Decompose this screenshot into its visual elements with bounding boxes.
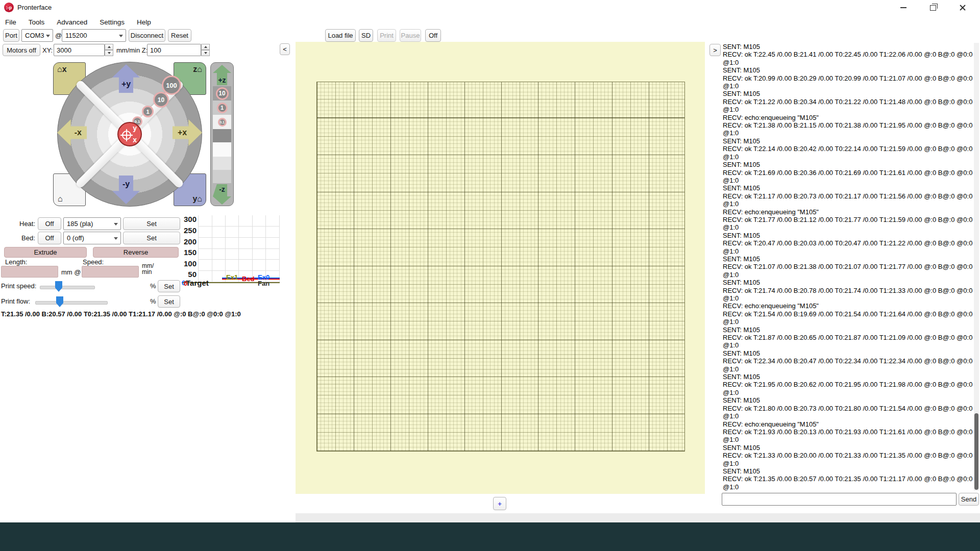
expand-log-panel-button[interactable]: >: [709, 44, 721, 56]
bottom-filler: [296, 513, 980, 522]
log-line: RECV: echo:enqueueing "M105": [723, 420, 973, 428]
app-icon-glyph: :-p: [6, 5, 12, 10]
collapse-left-panel-button[interactable]: <: [280, 43, 290, 55]
log-line: RECV: ok T:21.38 /0.00 B:21.15 /0.00 T0:…: [723, 121, 973, 129]
arrow-down-icon: [204, 52, 207, 54]
jog-distance-1[interactable]: 1: [142, 106, 154, 117]
step-down[interactable]: [105, 50, 113, 56]
legend-fan: Fan: [258, 280, 270, 287]
send-button[interactable]: Send: [959, 493, 979, 506]
bed-off-button[interactable]: Off: [38, 232, 61, 244]
z-feedrate-stepper[interactable]: [201, 44, 210, 56]
log-line: SENT: M105: [723, 279, 973, 286]
log-line: SENT: M105: [723, 232, 973, 239]
log-line: RECV: echo:enqueueing "M105": [723, 114, 973, 121]
log-line: @1:0: [723, 223, 973, 231]
close-button[interactable]: [951, 0, 974, 15]
log-line: RECV: ok T:21.77 /0.00 B:21.12 /0.00 T0:…: [723, 216, 973, 223]
restore-button[interactable]: [921, 0, 945, 15]
heat-preset-select[interactable]: 185 (pla): [63, 217, 121, 230]
reverse-button[interactable]: Reverse: [93, 247, 179, 258]
jog-center-button[interactable]: y x: [117, 122, 142, 146]
print-speed-slider-handle[interactable]: [55, 281, 62, 292]
log-line: RECV: ok T:21.80 /0.00 B:20.73 /0.00 T0:…: [723, 405, 973, 412]
gcode-command-input[interactable]: [722, 493, 957, 506]
log-line: RECV: ok T:21.07 /0.00 B:21.38 /0.00 T0:…: [723, 263, 973, 270]
print-speed-slider[interactable]: [40, 286, 95, 289]
baud-select[interactable]: 115200: [62, 29, 126, 42]
z-band[interactable]: [213, 157, 231, 170]
print-speed-set-button[interactable]: Set: [158, 280, 180, 292]
bed-set-button[interactable]: Set: [123, 232, 180, 244]
log-output[interactable]: SENT: M105RECV: ok T:22.45 /0.00 B:21.41…: [723, 43, 973, 491]
log-line: SENT: M105: [723, 255, 973, 263]
z-feedrate-input[interactable]: [147, 44, 201, 56]
disconnect-button[interactable]: Disconnect: [129, 29, 165, 42]
port-select[interactable]: COM3: [21, 29, 53, 42]
home-icon: ⌂: [58, 194, 63, 203]
print-flow-slider[interactable]: [35, 301, 108, 305]
sd-button[interactable]: SD: [359, 29, 373, 42]
jog-distance-100[interactable]: 100: [162, 76, 181, 95]
heat-off-button[interactable]: Off: [38, 217, 61, 230]
log-line: @1:0: [723, 247, 973, 255]
extrude-button[interactable]: Extrude: [4, 247, 87, 258]
log-line: RECV: ok T:20.47 /0.00 B:20.03 /0.00 T0:…: [723, 239, 973, 247]
reset-button[interactable]: Reset: [168, 29, 191, 42]
bed-grid[interactable]: [316, 82, 685, 452]
motors-off-button[interactable]: Motors off: [3, 44, 40, 56]
log-line: @1:0: [723, 460, 973, 467]
heat-set-button[interactable]: Set: [123, 217, 180, 230]
log-scrollbar[interactable]: [974, 43, 979, 491]
xy-feedrate-input[interactable]: [54, 44, 105, 56]
bed-preset-select[interactable]: 0 (off): [63, 232, 121, 244]
minimize-button[interactable]: [892, 0, 915, 15]
graph-plot-area: [198, 215, 280, 282]
length-input[interactable]: [1, 266, 58, 278]
menu-item[interactable]: Advanced: [57, 18, 87, 26]
print-button[interactable]: Print: [377, 29, 396, 42]
legend-ex1: Ex1: [226, 273, 238, 281]
extrude-speed-input[interactable]: [82, 266, 139, 278]
z-band[interactable]: [213, 129, 231, 142]
home-icon: ⌂: [57, 65, 62, 73]
z-step-1[interactable]: 1: [213, 101, 231, 115]
taskbar: F C L :-p 19:39 16/10/2021 7: [0, 522, 980, 551]
jog-z-plus-button[interactable]: +z: [213, 65, 231, 85]
add-custom-button[interactable]: +: [493, 497, 506, 510]
step-up[interactable]: [201, 44, 210, 50]
mm-at-label: mm @: [61, 268, 81, 276]
menu-item[interactable]: Help: [137, 18, 151, 26]
log-line: @1:0: [723, 412, 973, 420]
log-line: @1:0: [723, 177, 973, 184]
jog-distance-10[interactable]: 10: [153, 92, 169, 108]
y-tick-250: 250: [180, 226, 197, 235]
z-band[interactable]: [213, 142, 231, 157]
at-label: @: [55, 32, 62, 39]
log-line: SENT: M105: [723, 66, 973, 74]
print-flow-set-button[interactable]: Set: [158, 295, 180, 308]
xy-feedrate-stepper[interactable]: [105, 44, 113, 56]
pause-button[interactable]: Pause: [400, 29, 421, 42]
jog-z-minus-button[interactable]: -z: [213, 184, 231, 205]
menu-item[interactable]: Settings: [100, 18, 125, 26]
menu-bar: FileToolsAdvancedSettingsHelp: [0, 15, 980, 29]
step-down[interactable]: [201, 50, 210, 56]
menu-item[interactable]: File: [5, 18, 16, 26]
step-up[interactable]: [105, 44, 113, 50]
off-button[interactable]: Off: [425, 29, 441, 42]
port-button[interactable]: Port: [3, 29, 19, 42]
z-step-0-1[interactable]: 0.1: [213, 115, 231, 129]
z-band[interactable]: [213, 170, 231, 183]
load-file-button[interactable]: Load file: [325, 29, 356, 42]
log-scrollbar-thumb[interactable]: [974, 413, 978, 490]
log-line: @1:0: [723, 483, 973, 491]
bed-view-panel[interactable]: [296, 42, 705, 494]
log-line: RECV: ok T:21.87 /0.00 B:20.65 /0.00 T0:…: [723, 334, 973, 341]
z-step-10[interactable]: 10: [213, 86, 231, 101]
log-line: SENT: M105: [723, 373, 973, 381]
home-icon: ⌂: [197, 194, 202, 203]
print-flow-slider-handle[interactable]: [56, 296, 63, 307]
menu-item[interactable]: Tools: [29, 18, 45, 26]
speed-label: Speed:: [83, 258, 104, 266]
